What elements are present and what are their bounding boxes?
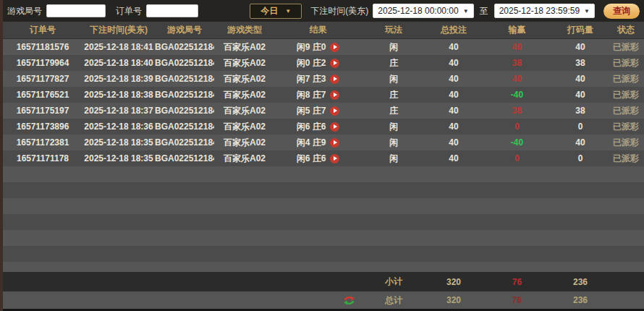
turnover-cell: 0 — [553, 122, 608, 132]
play-icon[interactable] — [330, 59, 339, 68]
col-header-play: 玩法 — [361, 24, 426, 36]
subtotal-label: 小计 — [361, 276, 426, 288]
col-header-game-type: 游戏类型 — [214, 24, 275, 36]
refresh-icon[interactable] — [343, 295, 355, 306]
result-text: 闲5 庄7 — [297, 105, 326, 117]
total-turnover: 236 — [553, 295, 608, 305]
round-id-cell: BGA0225121844A — [155, 58, 214, 68]
bet-records-table: 订单号 下注时间(美东) 游戏局号 游戏类型 结果 玩法 总投注 输赢 打码量 … — [3, 22, 644, 311]
date-from-select[interactable]: 2025-12-18 00:00:00 ▼ — [373, 4, 473, 18]
result-text: 闲9 庄0 — [297, 41, 326, 54]
round-id-cell: BGA02251218446 — [155, 122, 214, 132]
filter-toolbar: 游戏局号 订单号 今日 ▼ 下注时间(美东) 2025-12-18 00:00:… — [0, 0, 644, 22]
result-cell: 闲8 庄7 — [275, 89, 361, 101]
col-header-order-id: 订单号 — [3, 24, 82, 36]
order-id-cell: 16571171178 — [3, 153, 82, 163]
bet-time-cell: 2025-12-18 18:41 — [82, 42, 155, 52]
order-id-cell: 16571179964 — [3, 58, 82, 68]
play-icon[interactable] — [330, 138, 339, 148]
bet-time-cell: 2025-12-18 18:39 — [82, 74, 155, 84]
order-id-cell: 16571176521 — [3, 90, 82, 100]
turnover-cell: 40 — [553, 137, 608, 148]
total-bet-cell: 40 — [426, 122, 481, 132]
table-row: 16571177827 2025-12-18 18:39 BGA02251218… — [3, 71, 644, 87]
game-round-input[interactable] — [46, 4, 106, 17]
bet-time-cell: 2025-12-18 18:37 — [82, 106, 155, 116]
game-type-cell: 百家乐A02 — [214, 73, 275, 85]
subtotal-win-loss: 76 — [481, 277, 553, 287]
win-loss-cell: 38 — [481, 58, 553, 68]
play-icon[interactable] — [330, 154, 339, 163]
total-win-loss: 76 — [481, 295, 553, 305]
bet-side-cell: 庄 — [361, 105, 426, 117]
chevron-down-icon: ▼ — [463, 8, 469, 14]
empty-rows-area — [3, 166, 644, 272]
play-icon[interactable] — [330, 43, 339, 52]
col-header-result: 结果 — [275, 24, 361, 36]
total-bet-cell: 40 — [426, 153, 481, 163]
table-header-row: 订单号 下注时间(美东) 游戏局号 游戏类型 结果 玩法 总投注 输赢 打码量 … — [3, 22, 644, 39]
play-icon[interactable] — [330, 122, 339, 132]
chevron-down-icon: ▼ — [584, 8, 590, 14]
status-cell: 已派彩 — [608, 57, 644, 69]
bet-time-cell: 2025-12-18 18:40 — [82, 58, 155, 68]
bet-side-cell: 庄 — [361, 89, 426, 101]
table-row: 16571176521 2025-12-18 18:38 BGA02251218… — [3, 87, 644, 103]
order-id-cell: 16571173896 — [3, 122, 82, 132]
bet-side-cell: 闲 — [361, 153, 426, 165]
win-loss-cell: -40 — [481, 137, 553, 148]
chevron-down-icon: ▼ — [285, 8, 291, 14]
turnover-cell: 0 — [553, 153, 608, 163]
turnover-cell: 40 — [553, 42, 608, 52]
result-cell: 闲9 庄0 — [275, 41, 361, 54]
result-text: 闲6 庄6 — [297, 153, 326, 165]
total-bet-cell: 40 — [426, 42, 481, 52]
turnover-cell: 40 — [553, 74, 608, 84]
total-bet-cell: 40 — [426, 106, 481, 116]
bet-side-cell: 闲 — [361, 73, 426, 85]
date-to-select[interactable]: 2025-12-18 23:59:59 ▼ — [494, 4, 595, 18]
win-loss-cell: 38 — [481, 106, 553, 116]
col-header-status: 状态 — [608, 24, 644, 36]
play-icon[interactable] — [330, 106, 339, 116]
round-id-cell: BGA02251218447 — [155, 106, 214, 116]
round-id-cell: BGA0225121844B — [155, 42, 214, 52]
game-type-cell: 百家乐A02 — [214, 137, 275, 149]
game-type-cell: 百家乐A02 — [214, 89, 275, 101]
quick-range-value: 今日 — [260, 5, 278, 17]
table-row: 16571172381 2025-12-18 18:35 BGA02251218… — [3, 135, 644, 150]
table-row: 16571175197 2025-12-18 18:37 BGA02251218… — [3, 103, 644, 119]
result-cell: 闲7 庄3 — [275, 73, 361, 85]
turnover-cell: 38 — [553, 58, 608, 68]
quick-range-select[interactable]: 今日 ▼ — [250, 4, 302, 19]
status-cell: 已派彩 — [608, 105, 644, 117]
col-header-total-bet: 总投注 — [426, 24, 481, 36]
order-id-cell: 16571175197 — [3, 106, 82, 116]
table-row: 16571179964 2025-12-18 18:40 BGA02251218… — [3, 55, 644, 71]
status-cell: 已派彩 — [608, 121, 644, 133]
bet-time-cell: 2025-12-18 18:36 — [82, 122, 155, 132]
col-header-round-id: 游戏局号 — [155, 24, 214, 36]
bet-side-cell: 闲 — [361, 41, 426, 54]
subtotal-row: 小计 320 76 236 — [3, 272, 644, 291]
bet-side-cell: 庄 — [361, 57, 426, 69]
bet-records-window: 游戏局号 订单号 今日 ▼ 下注时间(美东) 2025-12-18 00:00:… — [0, 0, 644, 311]
date-from-value: 2025-12-18 00:00:00 — [378, 6, 458, 16]
play-icon[interactable] — [330, 90, 339, 100]
total-bet-cell: 40 — [426, 74, 481, 84]
result-cell: 闲4 庄9 — [275, 137, 361, 149]
result-text: 闲4 庄9 — [297, 137, 326, 149]
game-round-label: 游戏局号 — [7, 5, 42, 17]
win-loss-cell: -40 — [481, 90, 553, 100]
order-id-cell: 16571172381 — [3, 137, 82, 148]
order-no-input[interactable] — [146, 4, 198, 17]
result-cell: 闲5 庄7 — [275, 105, 361, 117]
total-bet-cell: 40 — [426, 58, 481, 68]
search-button[interactable]: 查询 — [603, 4, 640, 19]
game-type-cell: 百家乐A02 — [214, 153, 275, 165]
play-icon[interactable] — [330, 74, 339, 84]
win-loss-cell: 0 — [481, 122, 553, 132]
col-header-turnover: 打码量 — [553, 24, 608, 36]
result-text: 闲0 庄2 — [297, 57, 326, 69]
total-bet-cell: 40 — [426, 90, 481, 100]
